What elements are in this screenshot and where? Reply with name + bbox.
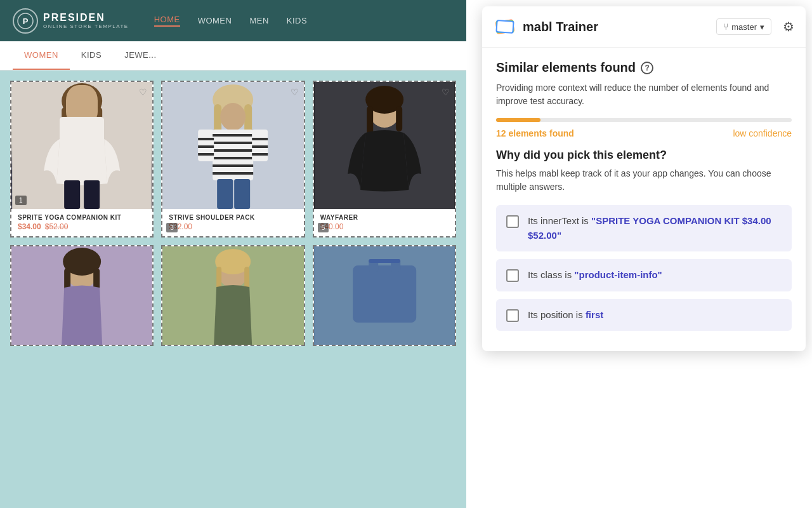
- wishlist-btn-2[interactable]: ♡: [291, 87, 299, 97]
- svg-rect-26: [198, 145, 214, 148]
- svg-rect-33: [234, 179, 250, 209]
- svg-rect-19: [213, 149, 253, 152]
- wishlist-btn-1[interactable]: ♡: [139, 87, 147, 97]
- product-card-4[interactable]: [10, 245, 154, 346]
- product-name-1: SPRITE YOGA COMPANION KIT: [18, 214, 146, 221]
- nav-kids[interactable]: KIDS: [287, 16, 307, 25]
- product-image-6: [314, 246, 455, 345]
- svg-rect-18: [213, 142, 253, 144]
- wishlist-btn-3[interactable]: ♡: [442, 87, 450, 97]
- svg-point-4: [62, 83, 102, 119]
- mabl-title: mabl Trainer: [523, 20, 710, 34]
- product-card-3[interactable]: 5 WAYFARER $40.00 ♡: [313, 81, 456, 237]
- product-image-2: 3: [162, 82, 303, 209]
- description-text: Providing more context will reduce the n…: [496, 81, 792, 108]
- mabl-branch-selector[interactable]: ⑂ master ▾: [716, 18, 771, 35]
- product-image-1: 1: [11, 82, 152, 209]
- option-innertext-card[interactable]: Its innerText is "SPRITE YOGA COMPANION …: [496, 205, 792, 251]
- logo-name: PRESIDEN: [43, 12, 129, 23]
- branch-label: master: [731, 22, 757, 32]
- product-badge-1: 1: [15, 196, 27, 205]
- similar-elements-title: Similar elements found ?: [496, 60, 792, 75]
- progress-bar-background: [496, 118, 792, 122]
- mabl-logo-icon: [494, 15, 516, 38]
- product-name-3: WAYFARER: [320, 214, 449, 221]
- chevron-down-icon: ▾: [760, 22, 764, 32]
- svg-rect-8: [64, 180, 80, 209]
- why-description: This helps mabl keep track of it as your…: [496, 167, 792, 194]
- product-info-1: SPRITE YOGA COMPANION KIT $34.00 $52.00: [11, 209, 152, 236]
- svg-rect-2: [12, 82, 152, 209]
- option-innertext-prefix: Its innerText is: [528, 215, 591, 226]
- option-class-card[interactable]: Its class is "product-item-info": [496, 259, 792, 291]
- svg-rect-20: [213, 157, 253, 159]
- mabl-header: mabl Trainer ⑂ master ▾ ⚙: [482, 6, 806, 48]
- help-icon[interactable]: ?: [641, 62, 653, 74]
- option-class-value: "product-item-info": [574, 269, 662, 280]
- option-class-text: Its class is "product-item-info": [528, 268, 662, 283]
- mabl-body: Similar elements found ? Providing more …: [482, 48, 806, 351]
- settings-gear-icon[interactable]: ⚙: [783, 19, 794, 34]
- svg-rect-6: [96, 107, 102, 145]
- product-name-2: STRIVE SHOULDER PACK: [169, 214, 297, 221]
- svg-rect-9: [84, 180, 100, 209]
- svg-rect-38: [396, 106, 402, 131]
- nav-men[interactable]: MEN: [249, 16, 268, 25]
- store-background: P PRESIDEN ONLINE STORE TEMPLATE HOME WO…: [0, 0, 466, 508]
- svg-rect-53: [369, 259, 400, 263]
- svg-rect-22: [213, 172, 253, 175]
- product-info-2: STRIVE SHOULDER PACK $32.00: [162, 209, 303, 236]
- svg-rect-25: [198, 138, 214, 140]
- option-class-prefix: Its class is: [528, 269, 574, 280]
- progress-section: 12 elements found low confidence: [496, 118, 792, 138]
- option-class-checkbox[interactable]: [506, 269, 519, 282]
- option-innertext-text: Its innerText is "SPRITE YOGA COMPANION …: [528, 214, 782, 243]
- option-position-card[interactable]: Its position is first: [496, 299, 792, 331]
- progress-labels: 12 elements found low confidence: [496, 128, 792, 138]
- cat-women[interactable]: WOMEN: [13, 41, 70, 70]
- product-info-3: WAYFARER $40.00: [314, 209, 455, 236]
- product-image-4: [11, 246, 152, 345]
- category-tabs: WOMEN KIDS JEWE...: [0, 41, 466, 70]
- product-image-3: 5: [314, 82, 455, 209]
- product-grid: 1 SPRITE YOGA COMPANION KIT $34.00 $52.0…: [0, 70, 466, 356]
- svg-rect-21: [213, 164, 253, 167]
- svg-rect-17: [213, 134, 253, 137]
- svg-rect-58: [497, 21, 513, 32]
- mabl-panel: mabl Trainer ⑂ master ▾ ⚙ Similar elemen…: [482, 6, 806, 351]
- cat-jewelry[interactable]: JEWE...: [113, 41, 167, 70]
- option-position-prefix: Its position is: [528, 309, 586, 320]
- svg-point-15: [220, 103, 246, 131]
- svg-rect-37: [367, 106, 373, 135]
- product-price-3: $40.00: [320, 222, 449, 231]
- price-original-1: $52.00: [45, 222, 69, 231]
- store-header: P PRESIDEN ONLINE STORE TEMPLATE HOME WO…: [0, 0, 466, 41]
- branch-icon: ⑂: [723, 22, 728, 32]
- svg-rect-27: [198, 153, 214, 156]
- product-price-2: $32.00: [169, 222, 297, 231]
- option-innertext-checkbox[interactable]: [506, 215, 519, 228]
- svg-rect-24: [213, 134, 215, 137]
- elements-found-label: 12 elements found: [496, 128, 574, 138]
- product-card-5[interactable]: [161, 245, 304, 346]
- progress-bar-fill: [496, 118, 540, 122]
- svg-point-3: [64, 89, 100, 132]
- logo-text: PRESIDEN ONLINE STORE TEMPLATE: [43, 12, 129, 29]
- option-position-text: Its position is first: [528, 308, 603, 323]
- option-position-value: first: [586, 309, 603, 320]
- price-sale-1: $34.00: [18, 222, 41, 231]
- svg-rect-5: [62, 107, 68, 139]
- option-position-checkbox[interactable]: [506, 309, 519, 322]
- confidence-label: low confidence: [733, 128, 792, 138]
- nav-women[interactable]: WOMEN: [198, 16, 232, 25]
- svg-rect-32: [217, 179, 233, 209]
- store-logo: P PRESIDEN ONLINE STORE TEMPLATE: [13, 8, 129, 34]
- svg-rect-31: [252, 153, 268, 156]
- product-price-1: $34.00 $52.00: [18, 222, 146, 231]
- product-card-1[interactable]: 1 SPRITE YOGA COMPANION KIT $34.00 $52.0…: [10, 81, 154, 237]
- product-card-2[interactable]: 3 STRIVE SHOULDER PACK $32.00 ♡: [161, 81, 304, 237]
- svg-rect-30: [252, 145, 268, 148]
- product-card-6[interactable]: [313, 245, 456, 346]
- cat-kids[interactable]: KIDS: [70, 41, 113, 70]
- nav-home[interactable]: HOME: [154, 15, 180, 27]
